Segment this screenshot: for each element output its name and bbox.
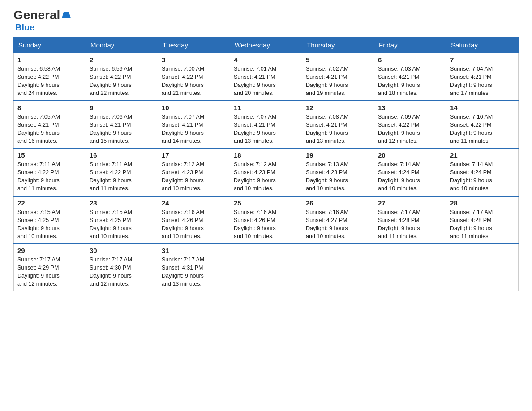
calendar-cell: 17 Sunrise: 7:12 AMSunset: 4:23 PMDaylig… <box>158 148 230 196</box>
day-info: Sunrise: 7:15 AMSunset: 4:25 PMDaylight:… <box>90 208 154 241</box>
calendar-cell <box>230 244 302 291</box>
day-number: 15 <box>17 151 82 159</box>
calendar-cell: 5 Sunrise: 7:02 AMSunset: 4:21 PMDayligh… <box>302 53 374 101</box>
calendar-cell: 25 Sunrise: 7:16 AMSunset: 4:26 PMDaylig… <box>230 196 302 244</box>
col-header-sunday: Sunday <box>14 38 86 53</box>
logo-triangle-icon <box>61 10 71 20</box>
day-number: 21 <box>450 151 515 159</box>
day-info: Sunrise: 7:09 AMSunset: 4:22 PMDaylight:… <box>378 113 442 146</box>
day-number: 25 <box>234 199 298 207</box>
calendar-cell: 2 Sunrise: 6:59 AMSunset: 4:22 PMDayligh… <box>86 53 158 101</box>
calendar-cell <box>446 244 519 291</box>
day-number: 27 <box>378 199 442 207</box>
day-info: Sunrise: 7:07 AMSunset: 4:21 PMDaylight:… <box>234 113 298 146</box>
day-number: 26 <box>306 199 370 207</box>
col-header-tuesday: Tuesday <box>158 38 230 53</box>
day-number: 13 <box>378 104 442 111</box>
calendar-cell: 23 Sunrise: 7:15 AMSunset: 4:25 PMDaylig… <box>86 196 158 244</box>
day-number: 3 <box>162 56 226 64</box>
day-number: 9 <box>90 104 154 111</box>
day-number: 4 <box>234 56 298 64</box>
calendar-cell: 31 Sunrise: 7:17 AMSunset: 4:31 PMDaylig… <box>158 244 230 291</box>
day-info: Sunrise: 7:03 AMSunset: 4:21 PMDaylight:… <box>378 65 442 98</box>
calendar-cell: 28 Sunrise: 7:17 AMSunset: 4:28 PMDaylig… <box>446 196 519 244</box>
calendar-cell <box>302 244 374 291</box>
day-number: 14 <box>450 104 515 111</box>
day-number: 1 <box>17 56 82 64</box>
day-number: 6 <box>378 56 442 64</box>
calendar-table: SundayMondayTuesdayWednesdayThursdayFrid… <box>13 37 519 291</box>
calendar-cell: 10 Sunrise: 7:07 AMSunset: 4:21 PMDaylig… <box>158 101 230 149</box>
day-number: 12 <box>306 104 370 111</box>
day-number: 5 <box>306 56 370 64</box>
calendar-cell: 7 Sunrise: 7:04 AMSunset: 4:21 PMDayligh… <box>446 53 519 101</box>
week-row-2: 8 Sunrise: 7:05 AMSunset: 4:21 PMDayligh… <box>14 101 519 149</box>
col-header-wednesday: Wednesday <box>230 38 302 53</box>
calendar-cell: 4 Sunrise: 7:01 AMSunset: 4:21 PMDayligh… <box>230 53 302 101</box>
day-info: Sunrise: 7:00 AMSunset: 4:22 PMDaylight:… <box>162 65 226 98</box>
calendar-cell: 27 Sunrise: 7:17 AMSunset: 4:28 PMDaylig… <box>374 196 446 244</box>
day-number: 19 <box>306 151 370 159</box>
day-number: 22 <box>17 199 82 207</box>
col-header-saturday: Saturday <box>446 38 519 53</box>
weekday-header-row: SundayMondayTuesdayWednesdayThursdayFrid… <box>14 38 519 53</box>
day-info: Sunrise: 7:12 AMSunset: 4:23 PMDaylight:… <box>234 160 298 193</box>
day-info: Sunrise: 7:15 AMSunset: 4:25 PMDaylight:… <box>17 208 82 241</box>
day-info: Sunrise: 6:58 AMSunset: 4:22 PMDaylight:… <box>17 65 82 98</box>
day-info: Sunrise: 7:17 AMSunset: 4:29 PMDaylight:… <box>17 256 82 288</box>
day-info: Sunrise: 7:16 AMSunset: 4:26 PMDaylight:… <box>234 208 298 241</box>
calendar-cell: 30 Sunrise: 7:17 AMSunset: 4:30 PMDaylig… <box>86 244 158 291</box>
calendar-cell: 29 Sunrise: 7:17 AMSunset: 4:29 PMDaylig… <box>14 244 86 291</box>
day-info: Sunrise: 7:04 AMSunset: 4:21 PMDaylight:… <box>450 65 515 98</box>
calendar-cell: 1 Sunrise: 6:58 AMSunset: 4:22 PMDayligh… <box>14 53 86 101</box>
week-row-1: 1 Sunrise: 6:58 AMSunset: 4:22 PMDayligh… <box>14 53 519 101</box>
week-row-3: 15 Sunrise: 7:11 AMSunset: 4:22 PMDaylig… <box>14 148 519 196</box>
calendar-cell: 8 Sunrise: 7:05 AMSunset: 4:21 PMDayligh… <box>14 101 86 149</box>
calendar-cell: 26 Sunrise: 7:16 AMSunset: 4:27 PMDaylig… <box>302 196 374 244</box>
day-number: 23 <box>90 199 154 207</box>
day-number: 17 <box>162 151 226 159</box>
calendar-cell: 12 Sunrise: 7:08 AMSunset: 4:21 PMDaylig… <box>302 101 374 149</box>
calendar-cell: 6 Sunrise: 7:03 AMSunset: 4:21 PMDayligh… <box>374 53 446 101</box>
calendar-cell: 11 Sunrise: 7:07 AMSunset: 4:21 PMDaylig… <box>230 101 302 149</box>
day-info: Sunrise: 7:11 AMSunset: 4:22 PMDaylight:… <box>90 160 154 193</box>
calendar-cell: 15 Sunrise: 7:11 AMSunset: 4:22 PMDaylig… <box>14 148 86 196</box>
day-number: 8 <box>17 104 82 111</box>
day-number: 11 <box>234 104 298 111</box>
day-info: Sunrise: 7:11 AMSunset: 4:22 PMDaylight:… <box>17 160 82 193</box>
calendar-cell: 3 Sunrise: 7:00 AMSunset: 4:22 PMDayligh… <box>158 53 230 101</box>
week-row-5: 29 Sunrise: 7:17 AMSunset: 4:29 PMDaylig… <box>14 244 519 291</box>
col-header-thursday: Thursday <box>302 38 374 53</box>
svg-marker-0 <box>62 12 71 18</box>
logo-general: General <box>13 9 60 21</box>
calendar-cell <box>374 244 446 291</box>
calendar-cell: 14 Sunrise: 7:10 AMSunset: 4:22 PMDaylig… <box>446 101 519 149</box>
page-header: General Blue <box>13 9 519 33</box>
col-header-monday: Monday <box>86 38 158 53</box>
day-info: Sunrise: 7:01 AMSunset: 4:21 PMDaylight:… <box>234 65 298 98</box>
day-number: 16 <box>90 151 154 159</box>
col-header-friday: Friday <box>374 38 446 53</box>
day-number: 18 <box>234 151 298 159</box>
day-info: Sunrise: 7:02 AMSunset: 4:21 PMDaylight:… <box>306 65 370 98</box>
day-number: 30 <box>90 247 154 254</box>
day-number: 20 <box>378 151 442 159</box>
logo-blue: Blue <box>15 22 34 33</box>
day-number: 24 <box>162 199 226 207</box>
calendar-cell: 9 Sunrise: 7:06 AMSunset: 4:21 PMDayligh… <box>86 101 158 149</box>
day-info: Sunrise: 7:16 AMSunset: 4:27 PMDaylight:… <box>306 208 370 241</box>
calendar-cell: 18 Sunrise: 7:12 AMSunset: 4:23 PMDaylig… <box>230 148 302 196</box>
calendar-cell: 22 Sunrise: 7:15 AMSunset: 4:25 PMDaylig… <box>14 196 86 244</box>
day-info: Sunrise: 6:59 AMSunset: 4:22 PMDaylight:… <box>90 65 154 98</box>
day-info: Sunrise: 7:06 AMSunset: 4:21 PMDaylight:… <box>90 113 154 146</box>
day-info: Sunrise: 7:08 AMSunset: 4:21 PMDaylight:… <box>306 113 370 146</box>
logo: General Blue <box>13 9 71 33</box>
day-info: Sunrise: 7:14 AMSunset: 4:24 PMDaylight:… <box>378 160 442 193</box>
day-info: Sunrise: 7:07 AMSunset: 4:21 PMDaylight:… <box>162 113 226 146</box>
calendar-cell: 19 Sunrise: 7:13 AMSunset: 4:23 PMDaylig… <box>302 148 374 196</box>
calendar-cell: 16 Sunrise: 7:11 AMSunset: 4:22 PMDaylig… <box>86 148 158 196</box>
day-info: Sunrise: 7:16 AMSunset: 4:26 PMDaylight:… <box>162 208 226 241</box>
day-info: Sunrise: 7:17 AMSunset: 4:28 PMDaylight:… <box>378 208 442 241</box>
day-info: Sunrise: 7:10 AMSunset: 4:22 PMDaylight:… <box>450 113 515 146</box>
calendar-cell: 21 Sunrise: 7:14 AMSunset: 4:24 PMDaylig… <box>446 148 519 196</box>
